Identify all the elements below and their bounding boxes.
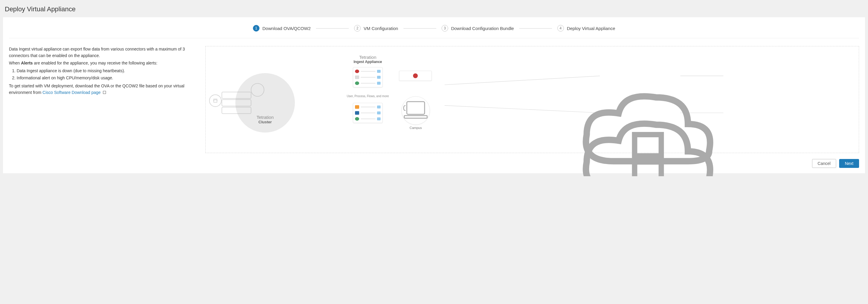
svg-rect-10 <box>635 135 661 156</box>
ingest-appliance-header: Tetration Ingest Appliance <box>351 55 384 64</box>
step-1[interactable]: 1 Download OVA/QCOW2 <box>253 25 311 32</box>
step-connector <box>316 28 349 29</box>
svg-rect-5 <box>222 100 251 106</box>
laptop-icon <box>402 97 430 125</box>
step-2-label: VM Configuration <box>364 26 398 31</box>
svg-rect-9 <box>214 99 217 102</box>
step-4-number: 4 <box>557 25 564 32</box>
connector-dash <box>361 107 375 107</box>
step-3-label: Download Configuration Bundle <box>451 26 514 31</box>
cancel-button[interactable]: Cancel <box>812 159 836 168</box>
connector-row <box>355 80 380 86</box>
page-title: Deploy Virtual Appliance <box>3 3 865 17</box>
connector-dash <box>361 71 375 72</box>
svg-point-8 <box>210 95 221 107</box>
connector-row <box>355 110 380 115</box>
description-alerts-line: When Alerts are enabled for the applianc… <box>9 60 199 67</box>
when-suffix: are enabled for the appliance, you may r… <box>33 61 157 65</box>
connector-dash <box>361 113 375 113</box>
cluster-subtitle: Cluster <box>258 120 272 124</box>
connector-row <box>355 116 380 122</box>
docker-icon <box>377 111 380 114</box>
external-link-icon <box>103 91 106 94</box>
user-process-flows-label: User, Process, Flows, and more <box>345 95 390 98</box>
svg-rect-6 <box>222 107 251 114</box>
svg-line-0 <box>444 76 600 85</box>
connector-card-bottom <box>353 103 383 123</box>
campus-label: Campus <box>401 126 430 130</box>
docker-icon <box>377 82 380 85</box>
step-2[interactable]: 2 VM Configuration <box>354 25 398 32</box>
tetration-cluster-node: Tetration Cluster <box>236 73 295 133</box>
campus-node <box>401 96 430 125</box>
alerts-list: Data Ingest appliance is down (due to mi… <box>9 68 199 81</box>
docker-icon <box>377 117 380 120</box>
aws-icon <box>355 105 359 109</box>
description-get-started: To get started with VM deployment, downl… <box>9 83 199 96</box>
step-connector <box>403 28 436 29</box>
alert-item-1: Data Ingest appliance is down (due to mi… <box>17 68 199 74</box>
endpoint-f5-box <box>399 71 432 81</box>
connector-card-top <box>353 67 383 88</box>
step-connector <box>519 28 552 29</box>
step-2-number: 2 <box>354 25 361 32</box>
f5-icon <box>355 70 359 73</box>
ingest-title: Tetration <box>351 55 384 60</box>
connector-dash <box>361 119 375 119</box>
step-3[interactable]: 3 Download Configuration Bundle <box>442 25 514 32</box>
globe-icon <box>355 117 359 121</box>
wizard-footer: Cancel Next <box>9 159 859 168</box>
svg-rect-12 <box>407 102 425 114</box>
connector-dash <box>361 83 375 83</box>
step-4[interactable]: 4 Deploy Virtual Appliance <box>557 25 615 32</box>
svg-rect-13 <box>404 115 427 118</box>
next-button[interactable]: Next <box>839 159 859 168</box>
f5-icon <box>413 73 418 78</box>
wizard-panel: 1 Download OVA/QCOW2 2 VM Configuration … <box>3 17 865 173</box>
description-intro: Data Ingest virtual appliance can export… <box>9 46 199 59</box>
docker-icon <box>377 70 380 73</box>
cluster-art-icon <box>206 73 265 133</box>
connector-row <box>355 75 380 80</box>
architecture-diagram: Tetration Cluster Tetration Ingest Appli… <box>205 46 859 153</box>
step-4-label: Deploy Virtual Appliance <box>567 26 615 31</box>
svg-point-7 <box>251 83 264 97</box>
alerts-bold: Alerts <box>21 61 33 65</box>
step-1-label: Download OVA/QCOW2 <box>262 26 311 31</box>
docker-icon <box>377 76 380 79</box>
svg-line-1 <box>444 105 600 113</box>
stepper: 1 Download OVA/QCOW2 2 VM Configuration … <box>9 23 859 38</box>
download-page-link[interactable]: Cisco Software Download page <box>42 90 100 95</box>
step-description: Data Ingest virtual appliance can export… <box>9 46 199 97</box>
connector-row <box>355 69 380 74</box>
globe-icon <box>355 81 359 85</box>
ingest-subtitle: Ingest Appliance <box>351 60 384 64</box>
box-icon <box>355 111 359 115</box>
when-prefix: When <box>9 61 21 65</box>
svg-rect-4 <box>222 92 251 99</box>
docker-icon <box>377 105 380 108</box>
netscaler-icon <box>355 75 359 79</box>
alert-item-2: Informational alert on high CPU/memory/d… <box>17 75 199 81</box>
step-1-number: 1 <box>253 25 259 32</box>
connector-dash <box>361 77 375 77</box>
connector-row <box>355 104 380 110</box>
step-3-number: 3 <box>442 25 448 32</box>
cluster-title: Tetration <box>256 115 274 120</box>
